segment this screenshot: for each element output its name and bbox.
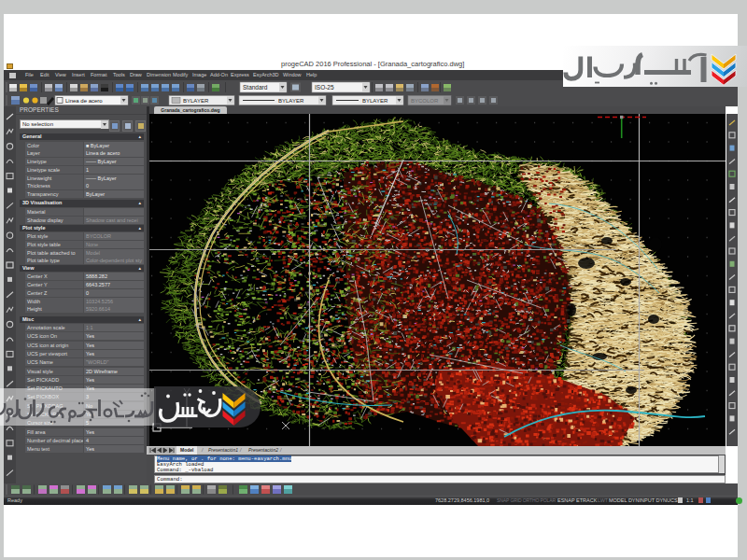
svg-text:BYLAYER: BYLAYER [362, 98, 388, 104]
svg-text:Linea de acero: Linea de acero [65, 98, 103, 104]
svg-text:BYLAYER: BYLAYER [183, 98, 209, 104]
svg-text:Standard: Standard [243, 84, 268, 91]
svg-text:BYLAYER: BYLAYER [278, 98, 304, 104]
svg-text:ISO-25: ISO-25 [315, 84, 334, 91]
svg-text:BYCOLOR: BYCOLOR [411, 98, 439, 104]
